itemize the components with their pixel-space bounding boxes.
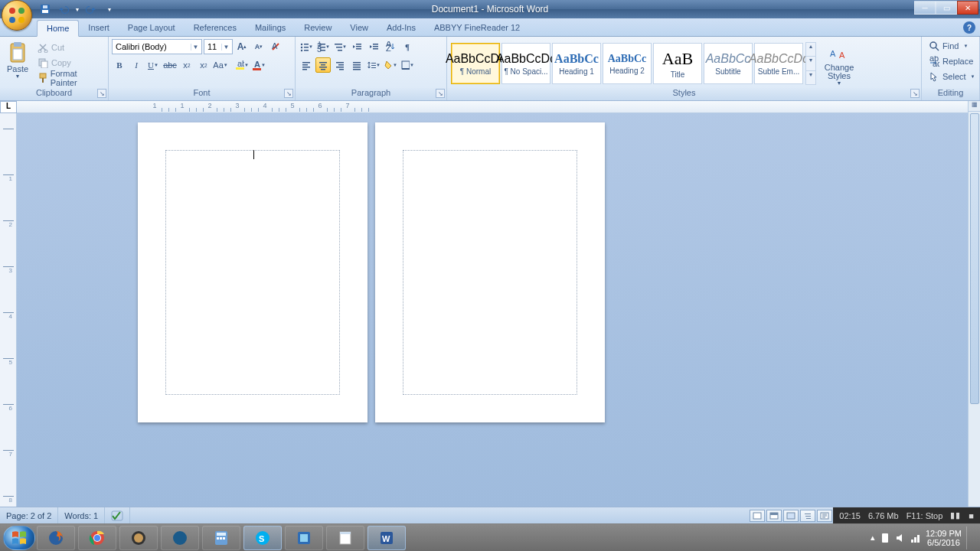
replace-button[interactable]: abacReplace bbox=[925, 54, 977, 69]
tray-volume-icon[interactable] bbox=[895, 533, 906, 543]
qat-undo-dd[interactable]: ▼ bbox=[74, 2, 81, 17]
rec-stop-icon[interactable]: ■ bbox=[969, 511, 974, 520]
task-notepad[interactable] bbox=[326, 526, 364, 550]
justify-button[interactable] bbox=[349, 57, 364, 73]
view-full-screen[interactable] bbox=[766, 510, 782, 522]
qat-save[interactable] bbox=[37, 2, 54, 17]
font-color-button[interactable]: A▼ bbox=[251, 57, 266, 73]
shading-button[interactable]: ▼ bbox=[383, 57, 398, 73]
page-1[interactable] bbox=[138, 122, 368, 422]
status-page[interactable]: Page: 2 of 2 bbox=[0, 507, 58, 523]
paste-button[interactable]: Paste▼ bbox=[3, 39, 32, 88]
qat-customize[interactable]: ▾ bbox=[101, 2, 118, 17]
styles-scroll[interactable]: ▴ ▾ ▾ bbox=[805, 42, 816, 85]
copy-button[interactable]: Copy bbox=[34, 55, 105, 70]
qat-redo[interactable] bbox=[83, 2, 100, 17]
style-heading-1[interactable]: AaBbCcHeading 1 bbox=[552, 43, 601, 84]
task-firefox[interactable] bbox=[37, 526, 75, 550]
task-skype[interactable]: S bbox=[243, 526, 282, 550]
style--normal[interactable]: AaBbCcDc¶ Normal bbox=[451, 43, 500, 84]
tab-insert[interactable]: Insert bbox=[79, 20, 119, 36]
system-tray[interactable]: ▴ 12:09 PM6/5/2016 bbox=[871, 527, 977, 549]
tab-abbyy-finereader-12[interactable]: ABBYY FineReader 12 bbox=[425, 20, 529, 36]
change-case-button[interactable]: Aa▼ bbox=[213, 57, 228, 73]
borders-button[interactable]: ▼ bbox=[400, 57, 415, 73]
tab-review[interactable]: Review bbox=[295, 20, 341, 36]
italic-button[interactable]: I bbox=[129, 57, 144, 73]
tab-references[interactable]: References bbox=[185, 20, 246, 36]
superscript-button[interactable]: x2 bbox=[196, 57, 211, 73]
multilevel-list-button[interactable]: ▼ bbox=[332, 39, 348, 54]
format-painter-button[interactable]: Format Painter bbox=[34, 70, 105, 86]
tray-clock[interactable]: 12:09 PM6/5/2016 bbox=[926, 529, 962, 547]
task-chrome[interactable] bbox=[78, 526, 116, 550]
align-left-button[interactable] bbox=[299, 57, 314, 73]
tray-action-center-icon[interactable] bbox=[880, 533, 890, 543]
document-canvas[interactable] bbox=[17, 113, 968, 507]
style--no-spaci-[interactable]: AaBbCcDc¶ No Spaci... bbox=[501, 43, 550, 84]
start-button[interactable] bbox=[3, 526, 35, 550]
view-outline[interactable] bbox=[800, 510, 815, 522]
tray-network-icon[interactable] bbox=[910, 533, 921, 543]
sort-button[interactable]: AZ bbox=[383, 39, 398, 54]
clear-formatting-button[interactable]: A bbox=[268, 39, 283, 54]
show-marks-button[interactable]: ¶ bbox=[400, 39, 415, 54]
horizontal-ruler[interactable]: 11234567 bbox=[17, 101, 968, 113]
grow-font-button[interactable]: A▴ bbox=[234, 39, 250, 54]
style-subtle-em-[interactable]: AaBbCcDcSubtle Em... bbox=[754, 43, 803, 84]
bullets-button[interactable]: ▼ bbox=[299, 39, 314, 54]
line-spacing-button[interactable]: ▼ bbox=[366, 57, 381, 73]
highlight-button[interactable]: ab▼ bbox=[234, 57, 250, 73]
tab-home[interactable]: Home bbox=[37, 20, 79, 37]
style-subtitle[interactable]: AaBbCcSubtitle bbox=[704, 43, 753, 84]
align-right-button[interactable] bbox=[332, 57, 348, 73]
tab-page-layout[interactable]: Page Layout bbox=[119, 20, 185, 36]
tray-show-hidden-icon[interactable]: ▴ bbox=[871, 533, 875, 543]
office-button[interactable] bbox=[2, 0, 32, 31]
paragraph-dialog-launcher[interactable]: ↘ bbox=[436, 89, 445, 98]
find-button[interactable]: Find▼ bbox=[925, 38, 972, 54]
font-dialog-launcher[interactable]: ↘ bbox=[284, 89, 293, 98]
task-word[interactable]: W bbox=[368, 526, 406, 550]
help-icon[interactable]: ? bbox=[963, 21, 975, 34]
style-heading-2[interactable]: AaBbCcHeading 2 bbox=[603, 43, 652, 84]
task-app2[interactable] bbox=[161, 526, 199, 550]
view-draft[interactable] bbox=[817, 510, 832, 522]
show-desktop-button[interactable] bbox=[966, 527, 972, 549]
decrease-indent-button[interactable] bbox=[349, 39, 364, 54]
tab-add-ins[interactable]: Add-Ins bbox=[377, 20, 425, 36]
tab-selector[interactable]: L bbox=[0, 101, 17, 113]
font-size-combo[interactable]: 11▼ bbox=[204, 39, 233, 54]
close-button[interactable]: ✕ bbox=[957, 1, 978, 15]
page-2[interactable] bbox=[375, 122, 605, 422]
subscript-button[interactable]: x2 bbox=[179, 57, 194, 73]
bold-button[interactable]: B bbox=[112, 57, 127, 73]
align-center-button[interactable] bbox=[315, 57, 331, 73]
tab-view[interactable]: View bbox=[341, 20, 377, 36]
status-proofing[interactable] bbox=[105, 507, 130, 523]
task-app3[interactable] bbox=[285, 526, 323, 550]
underline-button[interactable]: U▼ bbox=[145, 57, 161, 73]
style-title[interactable]: AaBTitle bbox=[653, 43, 702, 84]
vertical-scrollbar[interactable]: ▦ bbox=[968, 101, 980, 507]
task-app1[interactable] bbox=[119, 526, 158, 550]
scroll-thumb[interactable] bbox=[970, 113, 979, 404]
vertical-ruler[interactable]: 12345678 bbox=[0, 113, 17, 507]
rec-pause-icon[interactable]: ▮▮ bbox=[950, 510, 961, 520]
view-web-layout[interactable] bbox=[783, 510, 799, 522]
tab-mailings[interactable]: Mailings bbox=[246, 20, 295, 36]
minimize-button[interactable]: ─ bbox=[914, 1, 936, 15]
select-button[interactable]: Select▼ bbox=[925, 69, 979, 84]
maximize-button[interactable]: ▭ bbox=[936, 1, 957, 15]
ruler-toggle[interactable]: ▦ bbox=[969, 101, 980, 112]
strikethrough-button[interactable]: abc bbox=[162, 57, 178, 73]
qat-undo[interactable] bbox=[55, 2, 72, 17]
font-name-combo[interactable]: Calibri (Body)▼ bbox=[112, 39, 202, 54]
increase-indent-button[interactable] bbox=[366, 39, 381, 54]
change-styles-button[interactable]: AA Change Styles▼ bbox=[821, 39, 858, 88]
status-words[interactable]: Words: 1 bbox=[58, 507, 105, 523]
styles-dialog-launcher[interactable]: ↘ bbox=[910, 89, 920, 98]
shrink-font-button[interactable]: A▾ bbox=[251, 39, 266, 54]
task-calc[interactable] bbox=[202, 526, 240, 550]
cut-button[interactable]: Cut bbox=[34, 40, 105, 55]
